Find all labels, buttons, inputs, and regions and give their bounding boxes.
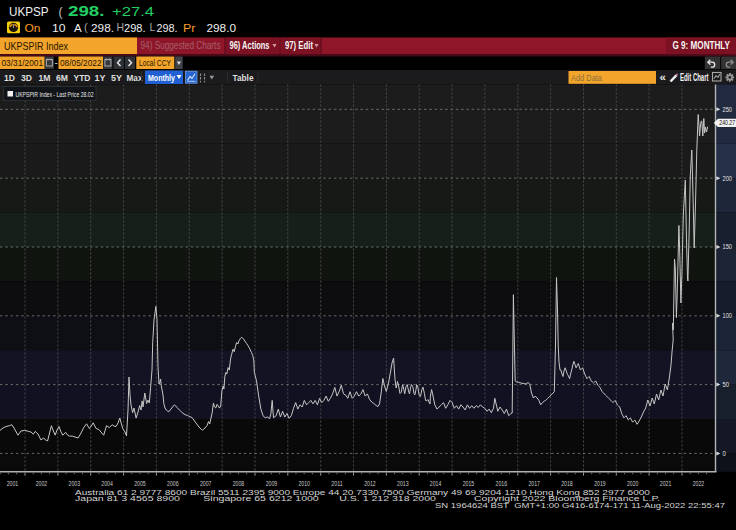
svg-text:+27.4: +27.4 (112, 4, 155, 19)
svg-text:2006: 2006 (167, 480, 179, 487)
svg-text:08/05/2022: 08/05/2022 (60, 58, 102, 68)
svg-text:YTD: YTD (74, 72, 91, 83)
svg-text:240.27: 240.27 (719, 119, 735, 126)
svg-text:10: 10 (52, 22, 66, 34)
svg-text:298.: 298. (157, 22, 178, 34)
svg-text:(: ( (84, 21, 88, 33)
svg-text:(: ( (59, 5, 63, 19)
svg-text:96) Actions: 96) Actions (230, 39, 270, 51)
svg-text:G 9: MONTHLY: G 9: MONTHLY (673, 39, 731, 51)
svg-text:298.: 298. (124, 22, 146, 34)
svg-text:2013: 2013 (397, 480, 409, 487)
svg-text:Add Data: Add Data (571, 72, 603, 83)
svg-text:1D: 1D (4, 72, 15, 83)
svg-text:94) Suggested Charts: 94) Suggested Charts (141, 39, 221, 51)
svg-text:2010: 2010 (298, 480, 310, 487)
svg-text:3D: 3D (21, 72, 32, 83)
svg-text:2008: 2008 (233, 480, 245, 487)
svg-text:2017: 2017 (528, 480, 540, 487)
svg-text:2016: 2016 (496, 480, 508, 487)
svg-text:298.: 298. (91, 22, 114, 34)
svg-text:298.: 298. (68, 3, 105, 19)
svg-text:On: On (25, 22, 41, 34)
svg-text:Table: Table (233, 72, 254, 83)
svg-text:SN 1964624 BST GMT+1:00 G416-: SN 1964624 BST GMT+1:00 G416-6174-171 11… (435, 501, 725, 510)
svg-text:2012: 2012 (364, 480, 376, 487)
svg-text:03/31/2001: 03/31/2001 (2, 58, 44, 68)
svg-text:Edit Chart: Edit Chart (680, 72, 709, 83)
svg-text:2007: 2007 (200, 480, 212, 487)
svg-text:50: 50 (723, 381, 730, 388)
svg-text:2004: 2004 (101, 480, 113, 487)
svg-text:2009: 2009 (266, 480, 278, 487)
svg-text:Pr: Pr (183, 22, 196, 34)
svg-text:298.0: 298.0 (207, 22, 237, 34)
svg-text:«: « (660, 71, 666, 83)
svg-text:2005: 2005 (134, 480, 146, 487)
svg-text:UKPSP: UKPSP (9, 4, 49, 19)
svg-text:2002: 2002 (36, 480, 48, 487)
svg-text:Max: Max (127, 72, 144, 83)
svg-text:5Y: 5Y (111, 72, 123, 83)
svg-text:2003: 2003 (69, 480, 81, 487)
svg-text:97) Edit: 97) Edit (285, 39, 313, 51)
svg-text:A: A (74, 22, 82, 34)
svg-text:UKPSPIR Index: UKPSPIR Index (4, 40, 68, 52)
svg-text:L: L (150, 21, 156, 33)
svg-text:0: 0 (723, 450, 726, 457)
svg-text:2001: 2001 (7, 480, 19, 487)
svg-text:H: H (117, 21, 125, 33)
svg-text:2014: 2014 (430, 480, 442, 487)
svg-text:-: - (55, 57, 58, 68)
svg-text:2019: 2019 (594, 480, 606, 487)
svg-text:100: 100 (723, 312, 733, 319)
svg-text:2015: 2015 (463, 480, 475, 487)
svg-text:2011: 2011 (331, 480, 343, 487)
svg-text:250: 250 (723, 106, 733, 113)
svg-text:2018: 2018 (561, 480, 573, 487)
svg-text:UKPSPIR Index - Last Price 28.: UKPSPIR Index - Last Price 28.02 (16, 91, 94, 98)
svg-text:Monthly: Monthly (148, 72, 176, 83)
svg-text:Local CCY: Local CCY (139, 58, 171, 68)
svg-text:6M: 6M (56, 72, 68, 83)
svg-text:2020: 2020 (627, 480, 639, 487)
svg-text:200: 200 (723, 175, 733, 182)
svg-text:2021: 2021 (660, 480, 672, 487)
svg-text:150: 150 (723, 243, 733, 250)
svg-text:1Y: 1Y (95, 72, 107, 83)
svg-text:2022: 2022 (693, 480, 705, 487)
svg-text:1M: 1M (39, 72, 51, 83)
